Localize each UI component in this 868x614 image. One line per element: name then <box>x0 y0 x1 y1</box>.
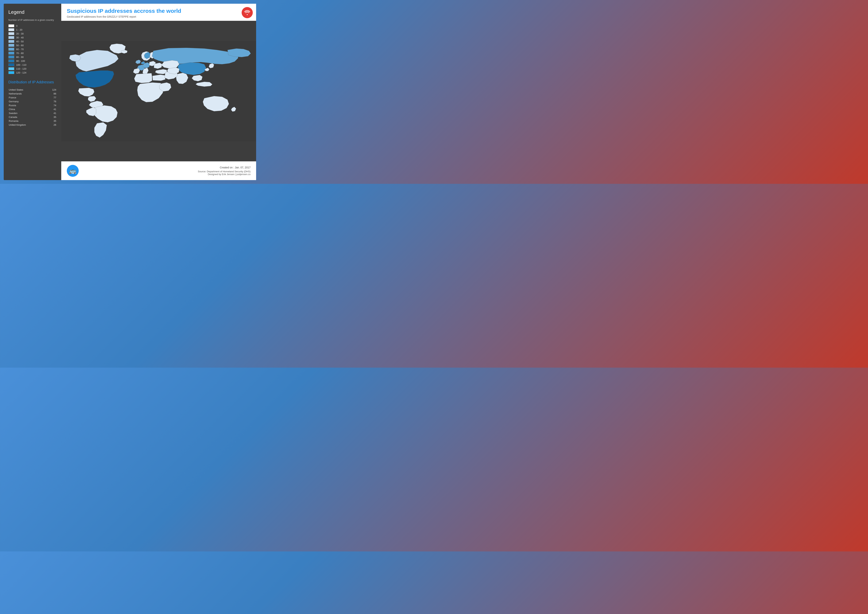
dist-table: United States124Netherlands86France77Ger… <box>8 88 57 127</box>
legend-item: 100 - 110 <box>8 63 57 66</box>
footer-designed: Designed by Erik Jensen | justjensen.co <box>82 173 251 176</box>
legend-item: 70 - 80 <box>8 51 57 54</box>
legend-label: 1 - 20 <box>16 28 22 31</box>
legend-swatch <box>8 63 14 66</box>
right-panel: Suspicious IP addresses accross the worl… <box>61 4 256 180</box>
main-container: Legend Number of IP addresses in a given… <box>4 4 256 180</box>
legend-item: 50 - 60 <box>8 44 57 47</box>
legend-swatch <box>8 51 14 54</box>
footer-text: Created on : Jan. 07, 2017 Source: Depar… <box>82 166 251 176</box>
legend-label: 110 - 120 <box>16 67 26 70</box>
legend-item: 120 - 124 <box>8 71 57 74</box>
legend-swatch <box>8 36 14 39</box>
bus-icon: 🚌 <box>67 165 79 177</box>
dist-country: United States <box>8 88 46 92</box>
legend-label: 80 - 90 <box>16 56 23 59</box>
dist-count: 124 <box>46 88 57 92</box>
dist-count: 35 <box>46 115 57 119</box>
dist-count: 86 <box>46 92 57 96</box>
dist-count: 77 <box>46 96 57 99</box>
legend-item: 20 - 30 <box>8 32 57 35</box>
legend-title: Legend <box>8 9 57 15</box>
dist-row: Netherlands86 <box>8 92 57 96</box>
dist-country: France <box>8 96 46 99</box>
dist-count: 41 <box>46 107 57 111</box>
legend-label: 0 <box>16 25 17 27</box>
legend-label: 30 - 40 <box>16 36 23 39</box>
dist-country: Russia <box>8 103 46 107</box>
legend-item: 60 - 70 <box>8 48 57 51</box>
dist-country: Sweden <box>8 111 46 115</box>
legend-swatch <box>8 59 14 62</box>
footer: 🚌 Created on : Jan. 07, 2017 Source: Dep… <box>61 161 256 180</box>
legend-swatch <box>8 56 14 59</box>
world-map <box>61 21 256 161</box>
legend-swatch <box>8 48 14 51</box>
legend-label: 70 - 80 <box>16 52 23 54</box>
dist-country: Netherlands <box>8 92 46 96</box>
dist-country: Germany <box>8 99 46 103</box>
dist-row: United States124 <box>8 88 57 92</box>
map-area <box>61 21 256 161</box>
legend-swatch <box>8 24 14 27</box>
legend-item: 80 - 90 <box>8 56 57 59</box>
footer-date: Created on : Jan. 07, 2017 <box>82 166 251 169</box>
wifi-icon <box>242 7 253 18</box>
legend-label: 90 - 100 <box>16 60 25 62</box>
legend-items: 01 - 2020 - 3030 - 4040 - 5050 - 6060 - … <box>8 24 57 74</box>
legend-swatch <box>8 44 14 47</box>
legend-label: 40 - 50 <box>16 40 23 43</box>
legend-label: 20 - 30 <box>16 32 23 35</box>
dist-row: China41 <box>8 107 57 111</box>
legend-swatch <box>8 40 14 43</box>
subtitle: Geolocated IP addresses from the GRIZZLY… <box>67 15 251 18</box>
dist-row: Russia74 <box>8 103 57 107</box>
dist-country: United Kingdom <box>8 123 46 127</box>
legend-swatch <box>8 67 14 70</box>
dist-count: 35 <box>46 119 57 123</box>
dist-count: 76 <box>46 99 57 103</box>
legend-item: 0 <box>8 24 57 27</box>
footer-source: Source: Department of Homeland Security … <box>82 170 251 173</box>
dist-row: France77 <box>8 96 57 99</box>
dist-row: United Kingdom26 <box>8 123 57 127</box>
legend-swatch <box>8 71 14 74</box>
dist-country: Romania <box>8 119 46 123</box>
dist-count: 26 <box>46 123 57 127</box>
dist-country: China <box>8 107 46 111</box>
dist-country: Canada <box>8 115 46 119</box>
legend-swatch <box>8 32 14 35</box>
dist-row: Sweden41 <box>8 111 57 115</box>
legend-label: 120 - 124 <box>16 71 26 74</box>
legend-item: 40 - 50 <box>8 40 57 43</box>
legend-item: 1 - 20 <box>8 28 57 31</box>
dist-row: Canada35 <box>8 115 57 119</box>
dist-title: Distribution of IP Addresses <box>8 80 57 84</box>
dist-count: 41 <box>46 111 57 115</box>
dist-count: 74 <box>46 103 57 107</box>
legend-item: 30 - 40 <box>8 36 57 39</box>
legend-label: 100 - 110 <box>16 64 26 66</box>
legend-swatch <box>8 28 14 31</box>
sidebar: Legend Number of IP addresses in a given… <box>4 4 61 180</box>
legend-item: 90 - 100 <box>8 59 57 62</box>
legend-item: 110 - 120 <box>8 67 57 70</box>
bus-symbol: 🚌 <box>69 167 76 174</box>
legend-label: 60 - 70 <box>16 48 23 51</box>
dist-row: Romania35 <box>8 119 57 123</box>
header: Suspicious IP addresses accross the worl… <box>61 4 256 21</box>
main-title: Suspicious IP addresses accross the worl… <box>67 8 251 14</box>
legend-desc: Number of IP addresses in a given countr… <box>8 19 57 22</box>
dist-row: Germany76 <box>8 99 57 103</box>
legend-label: 50 - 60 <box>16 44 23 47</box>
